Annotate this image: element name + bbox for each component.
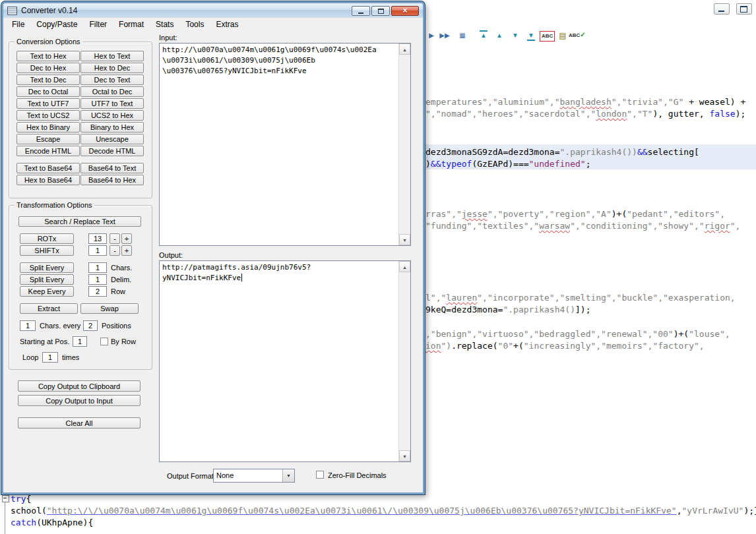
input-text[interactable]: http://\u0070a\u0074m\u0061g\u0069f\u007… [162,45,397,244]
output-scrollbar[interactable]: ▲ ▼ [398,261,410,461]
code-segment: );} [743,506,756,516]
split-every-chars-button[interactable]: Split Every [20,262,74,273]
split-chars-value-field[interactable]: 1 [88,262,107,273]
scroll-up-icon[interactable]: ▲ [399,44,410,55]
code-segment: ","T" [627,109,652,119]
code-segment: { [26,494,31,504]
base64-to-hex-button[interactable]: Base64 to Hex [80,175,144,185]
text-to-hex-button[interactable]: Text to Hex [16,51,80,61]
octal-to-dec-button[interactable]: Octal to Dec [80,86,144,97]
text-to-base64-button[interactable]: Text to Base64 [16,163,80,173]
menu-format[interactable]: Format [113,18,150,30]
scroll-up-icon[interactable]: ▲ [399,261,410,272]
code-segment: emperatures","aluminium"," [425,97,560,107]
loop-count-field[interactable]: 1 [42,352,58,363]
code-segment: catch [11,518,36,527]
group-label-transformation: Transformation Options [15,201,94,209]
transformation-options-group: Transformation Options Search / Replace … [9,205,152,370]
code-segment: )+( [612,209,627,219]
copy-output-to-clipboard-button[interactable]: Copy Output to Clipboard [18,380,141,392]
code-segment: warsaw [539,221,570,231]
scroll-down-icon[interactable]: ▼ [399,234,410,245]
zero-fill-checkbox[interactable] [316,471,324,479]
window-controls: × [352,6,419,16]
dec-to-hex-button[interactable]: Dec to Hex [16,63,80,73]
rotx-button[interactable]: ROTx [20,233,74,244]
hex-to-dec-button[interactable]: Hex to Dec [80,63,144,73]
shiftx-minus-button[interactable]: - [110,245,120,256]
copy-output-to-input-button[interactable]: Copy Output to Input [18,395,141,406]
shiftx-value-field[interactable]: 1 [88,245,107,256]
keep-every-value-field[interactable]: 2 [88,286,107,297]
unescape-button[interactable]: Unescape [80,134,144,144]
split-delim-value-field[interactable]: 1 [88,274,107,285]
base64-to-text-button[interactable]: Base64 to Text [80,163,144,173]
code-segment: "louse", [689,329,730,339]
swap-button[interactable]: Swap [80,303,139,314]
text-to-ucs2-button[interactable]: Text to UCS2 [16,110,80,121]
dec-to-octal-button[interactable]: Dec to Octal [16,86,80,97]
code-line: school("http:\/\/\u0070a\u0074m\u0061g\u… [11,505,756,517]
hex-to-binary-button[interactable]: Hex to Binary [16,122,80,133]
text-to-utf7-button[interactable]: Text to UTF7 [16,98,80,109]
code-line: ","nomad","heroes","sacerdotal","london"… [425,108,745,120]
code-line: "funding","textiles","warsaw","condition… [425,220,740,232]
utf7-to-text-button[interactable]: UTF7 to Text [80,98,144,109]
shiftx-button[interactable]: SHIFTx [20,245,74,256]
window-title: Converter v0.14 [21,6,77,15]
binary-to-hex-button[interactable]: Binary to Hex [80,122,144,133]
code-segment: ; [586,159,591,169]
code-segment: dezd3monaSG9zdA=dezd3mona= [425,147,560,157]
positions-value-field[interactable]: 2 [83,320,98,331]
decode-html-button[interactable]: Decode HTML [80,146,144,156]
shiftx-plus-button[interactable]: + [121,245,132,256]
code-segment: + weasel) + [683,97,751,107]
menu-tools[interactable]: Tools [179,18,210,30]
code-segment: ","conditioning","showy"," [570,221,705,231]
clear-all-button[interactable]: Clear All [18,417,141,429]
conversion-buttons: Text to HexHex to TextDec to HexHex to D… [16,51,144,185]
code-segment: jesse [462,209,488,219]
text-to-dec-button[interactable]: Text to Dec [16,74,80,85]
escape-button[interactable]: Escape [16,134,80,144]
chars-every-value-field[interactable]: 1 [20,320,36,331]
rotx-plus-button[interactable]: + [121,233,132,244]
encode-html-button[interactable]: Encode HTML [16,146,80,156]
hex-to-base64-button[interactable]: Hex to Base64 [16,175,80,185]
close-icon: × [402,7,407,15]
menu-file[interactable]: File [6,18,30,30]
title-bar[interactable]: Converter v0.14 × [3,3,423,18]
starting-pos-field[interactable]: 1 [73,336,87,347]
dec-to-text-button[interactable]: Dec to Text [80,74,144,85]
code-segment: )+( [674,329,689,339]
spacer [16,158,144,162]
scroll-down-icon[interactable]: ▼ [399,450,410,461]
by-row-checkbox[interactable] [100,338,108,345]
conversion-options-group: Conversion Options Text to HexHex to Tex… [9,42,152,198]
menu-filter[interactable]: Filter [83,18,113,30]
keep-every-button[interactable]: Keep Every [20,286,74,297]
extract-button[interactable]: Extract [20,303,78,314]
menu-extras[interactable]: Extras [210,18,244,30]
input-scrollbar[interactable]: ▲ ▼ [398,44,410,245]
chars-every-label: Chars. every [40,320,80,331]
search-replace-button[interactable]: Search / Replace Text [18,216,141,227]
fold-collapse-icon[interactable] [2,495,9,502]
code-segment: (UKhpApne){ [36,518,93,527]
code-segment: rras"," [425,209,462,219]
minimize-button[interactable] [352,6,370,16]
close-button[interactable]: × [391,6,419,16]
menu-stats[interactable]: Stats [150,18,179,30]
ucs2-to-hex-button[interactable]: UCS2 to Hex [80,110,144,121]
menu-copy-paste[interactable]: Copy/Paste [30,18,83,30]
starting-at-pos-label: Starting at Pos. [20,336,69,347]
fold-line [5,502,5,534]
rotx-value-field[interactable]: 13 [88,233,107,244]
output-text[interactable]: http://patmagifts.asia/09ujnb76v5? yNVIC… [162,262,397,460]
maximize-button[interactable] [371,6,390,16]
output-format-select[interactable]: None ▼ [213,469,295,483]
rotx-minus-button[interactable]: - [110,233,120,244]
hex-to-text-button[interactable]: Hex to Text [80,51,144,61]
url-string[interactable]: "http:\/\/\u0070a\u0074m\u0061g\u0069f\u… [47,506,677,516]
split-every-delim-button[interactable]: Split Every [20,274,74,285]
